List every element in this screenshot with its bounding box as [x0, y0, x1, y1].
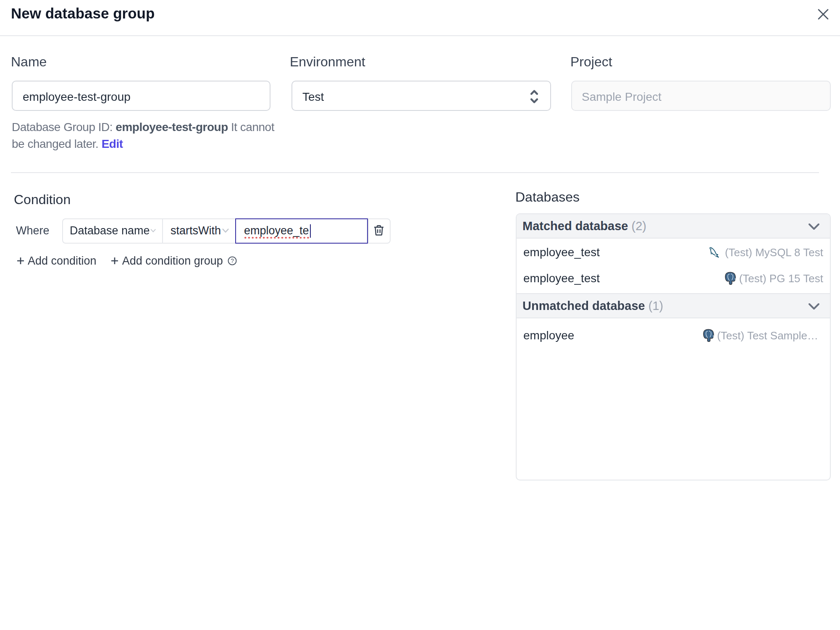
- svg-text:?: ?: [231, 257, 234, 264]
